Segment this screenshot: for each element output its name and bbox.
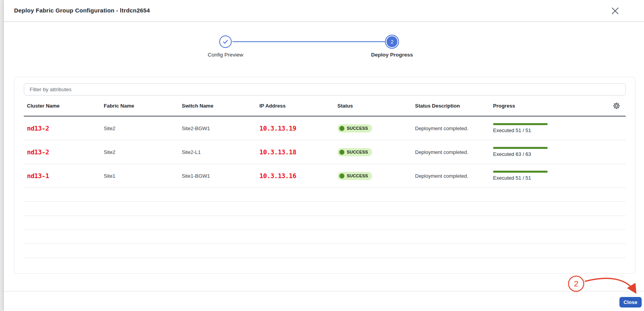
progress-bar [493, 171, 548, 173]
column-header-status-description[interactable]: Status Description [415, 103, 493, 109]
check-icon [222, 38, 229, 46]
column-header-status[interactable]: Status [337, 103, 415, 109]
filter-input[interactable] [24, 83, 626, 95]
cell-ip-address: 10.3.13.19 [259, 125, 337, 132]
table-row: nd13-2 Site2 Site2-BGW1 10.3.13.19 SUCCE… [24, 117, 626, 140]
step-label-config-preview: Config Preview [186, 52, 264, 58]
status-badge: SUCCESS [337, 148, 372, 156]
cell-progress: Executed 63 / 63 [493, 147, 603, 157]
cell-fabric-name: Site2 [104, 149, 182, 155]
column-header-progress[interactable]: Progress [493, 103, 603, 109]
column-header-ip-address[interactable]: IP Address [259, 103, 337, 109]
empty-row [24, 244, 626, 258]
status-dot-icon [339, 126, 344, 131]
close-button[interactable]: Close [619, 297, 642, 307]
cell-fabric-name: Site2 [104, 125, 182, 131]
stepper-connector [232, 41, 385, 42]
progress-label: Executed 51 / 51 [493, 127, 603, 133]
deploy-progress-card: Cluster Name Fabric Name Switch Name IP … [14, 77, 635, 274]
column-header-switch-name[interactable]: Switch Name [182, 103, 259, 109]
empty-row [24, 230, 626, 244]
cell-status-description: Deployment completed. [415, 125, 493, 131]
cell-cluster-name: nd13-2 [24, 125, 104, 132]
cell-status: SUCCESS [337, 172, 415, 180]
cell-cluster-name: nd13-1 [24, 172, 104, 180]
cell-progress: Executed 51 / 51 [493, 171, 603, 181]
dialog-footer: Close [4, 291, 644, 311]
step-config-preview-indicator[interactable] [219, 35, 232, 48]
progress-bar [493, 123, 548, 125]
status-text: SUCCESS [347, 173, 368, 178]
column-header-fabric-name[interactable]: Fabric Name [104, 103, 182, 109]
cell-switch-name: Site1-BGW1 [182, 173, 259, 179]
progress-label: Executed 63 / 63 [493, 151, 603, 157]
status-text: SUCCESS [347, 150, 368, 154]
cell-progress: Executed 51 / 51 [493, 123, 603, 133]
progress-label: Executed 51 / 51 [493, 175, 603, 181]
empty-row [24, 202, 626, 216]
cell-ip-address: 10.3.13.16 [259, 172, 337, 180]
cell-status-description: Deployment completed. [415, 149, 493, 155]
cell-switch-name: Site2-BGW1 [182, 125, 259, 131]
step-deploy-progress-indicator[interactable]: 2 [385, 35, 399, 49]
table-row: nd13-2 Site2 Site2-L1 10.3.13.18 SUCCESS… [24, 140, 626, 164]
table-header-row: Cluster Name Fabric Name Switch Name IP … [24, 95, 626, 117]
table-body: nd13-2 Site2 Site2-BGW1 10.3.13.19 SUCCE… [24, 117, 626, 272]
cell-ip-address: 10.3.13.18 [259, 148, 337, 156]
step-label-deploy-progress: Deploy Progress [353, 52, 431, 58]
close-icon[interactable] [610, 6, 620, 16]
cell-status-description: Deployment completed. [415, 173, 493, 179]
dialog-header: Deploy Fabric Group Configuration - ltrd… [4, 0, 644, 22]
progress-bar [493, 147, 548, 149]
cell-cluster-name: nd13-2 [24, 148, 104, 156]
status-badge: SUCCESS [337, 172, 372, 180]
empty-row [24, 258, 626, 272]
column-header-cluster-name[interactable]: Cluster Name [24, 103, 104, 109]
cell-switch-name: Site2-L1 [182, 149, 259, 155]
status-text: SUCCESS [347, 126, 368, 131]
status-dot-icon [339, 173, 344, 178]
status-badge: SUCCESS [337, 124, 372, 133]
status-dot-icon [339, 150, 344, 155]
cell-fabric-name: Site1 [104, 173, 182, 179]
empty-row [24, 188, 626, 202]
empty-row [24, 216, 626, 230]
deploy-dialog: Deploy Fabric Group Configuration - ltrd… [4, 0, 644, 311]
dialog-title: Deploy Fabric Group Configuration - ltrd… [14, 7, 150, 14]
table-row: nd13-1 Site1 Site1-BGW1 10.3.13.16 SUCCE… [24, 164, 626, 188]
cell-status: SUCCESS [337, 124, 415, 133]
column-settings-gear-icon[interactable] [613, 102, 620, 110]
step-number: 2 [387, 36, 397, 47]
cell-status: SUCCESS [337, 148, 415, 156]
